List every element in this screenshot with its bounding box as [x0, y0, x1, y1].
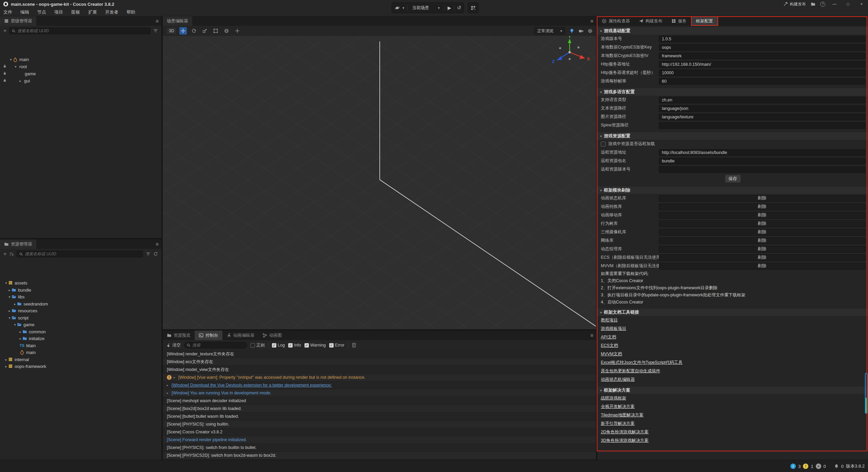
http-server-input[interactable] — [659, 61, 865, 68]
console-line[interactable]: [Window] ecs文件夹存在 — [163, 358, 596, 366]
remove-module-button[interactable]: 剔除 — [659, 246, 865, 253]
asset-node-game[interactable]: ▾ game — [0, 321, 161, 328]
browser-preview-icon[interactable] — [395, 5, 400, 11]
scale-tool-button[interactable] — [201, 27, 209, 35]
preview-target-chevron-icon[interactable]: ▾ — [402, 6, 405, 10]
expand-icon[interactable]: ▾ — [9, 58, 13, 61]
link-animator-editor[interactable]: 动画状态机编辑器 — [601, 375, 635, 384]
error-count-icon[interactable]: × — [816, 464, 821, 469]
mode-3d-button[interactable]: 3D — [167, 28, 176, 34]
regex-checkbox[interactable]: 正则 — [251, 342, 265, 348]
console-search[interactable] — [184, 342, 247, 349]
asset-node-seedrandom[interactable]: ▸ seedrandom — [0, 300, 161, 307]
hierarchy-search[interactable] — [9, 27, 151, 34]
asset-node-libs[interactable]: ▾ libs — [0, 293, 161, 300]
console-line-info[interactable]: [Scene] Forward render pipeline initiali… — [163, 436, 596, 444]
expand-icon[interactable]: ▸ — [167, 383, 172, 387]
menu-project[interactable]: 项目 — [54, 9, 63, 15]
hierarchy-search-input[interactable] — [17, 28, 148, 33]
link-tiledmap-solution[interactable]: Tiledmap地图解决方案 — [601, 411, 644, 419]
filter-warning-checkbox[interactable]: ✓Warning — [304, 343, 326, 348]
collapse-icon[interactable]: ▸ — [7, 288, 12, 292]
tab-build-publish[interactable]: 构建发布 — [634, 16, 667, 26]
warning-count-icon[interactable]: ! — [803, 464, 808, 469]
link-war-chess-framework[interactable]: 战棋游戏框架 — [601, 394, 626, 402]
expand-icon[interactable]: ▾ — [7, 316, 12, 320]
spine-res-path-input[interactable] — [659, 122, 865, 129]
minimize-button[interactable]: — — [830, 2, 839, 6]
menu-file[interactable]: 文件 — [3, 9, 12, 15]
section-game-resource-config[interactable]: ▾ 游戏资源配置 — [597, 132, 868, 140]
remove-module-button[interactable]: 剔除 — [659, 237, 865, 244]
console-search-input[interactable] — [192, 343, 245, 348]
expand-icon[interactable]: ▾ — [14, 65, 18, 68]
asset-node-main-scene[interactable]: main — [0, 349, 161, 356]
log-file-icon[interactable] — [352, 343, 356, 348]
console-line[interactable]: [Scene] [PHYSICS]: using builtin. — [163, 420, 596, 428]
restart-button[interactable]: ↺ — [457, 5, 461, 11]
link-fullstack-solution[interactable]: 全栈开发解决方案 — [601, 402, 635, 411]
filter-info-checkbox[interactable]: ✓Info — [288, 343, 301, 348]
tab-scene-editor[interactable]: 场景编辑器 — [163, 16, 192, 26]
menu-developer[interactable]: 开发者 — [105, 9, 118, 15]
asset-node-common[interactable]: ▸ common — [0, 328, 161, 335]
help-icon[interactable]: ? — [820, 2, 825, 7]
menu-edit[interactable]: 编辑 — [20, 9, 29, 15]
create-node-button[interactable]: + — [3, 28, 6, 34]
create-asset-button[interactable]: + — [3, 251, 6, 257]
move-tool-button[interactable] — [179, 27, 187, 35]
remote-bundle-name-input[interactable] — [659, 158, 865, 164]
asset-node-main-ts[interactable]: TS Main — [0, 342, 161, 349]
console-line[interactable]: [Scene] [PHYSICS2D]: switch from box2d-w… — [163, 452, 596, 459]
remote-res-url-input[interactable] — [659, 149, 865, 156]
world-local-toggle-button[interactable] — [223, 27, 230, 35]
http-timeout-input[interactable] — [659, 70, 865, 76]
asset-node-resources[interactable]: ▸ resources — [0, 307, 161, 314]
menu-extension[interactable]: 扩展 — [88, 9, 97, 15]
menu-help[interactable]: 帮助 — [126, 9, 135, 15]
tab-console[interactable]: 控制台 — [195, 331, 222, 340]
tab-asset-preview[interactable]: 资源预览 — [163, 331, 195, 340]
expand-icon[interactable]: ▾ — [13, 323, 17, 327]
remove-module-button[interactable]: 剔除 — [659, 254, 865, 261]
section-docs-tools-links[interactable]: ▾ 框架文档工具链接 — [597, 309, 868, 316]
console-line[interactable]: [Scene] [box2d]:box2d wasm lib loaded. — [163, 405, 596, 413]
close-button[interactable]: × — [857, 2, 866, 6]
console-line[interactable]: [Scene] Cocos Creator v3.8.2 — [163, 428, 596, 436]
remove-module-button[interactable]: 剔除 — [659, 212, 865, 219]
asset-node-internal[interactable]: ▸ internal — [0, 356, 161, 363]
bell-icon[interactable] — [834, 464, 839, 469]
link-guide-solution[interactable]: 新手引导解决方案 — [601, 419, 635, 428]
play-button[interactable]: ▶ — [448, 5, 451, 11]
link-mvvm-docs[interactable]: MVVM文档 — [601, 350, 622, 358]
asset-node-script[interactable]: ▾ script — [0, 314, 161, 321]
console-menu-icon[interactable]: ≡ — [590, 332, 593, 338]
lighting-toggle-icon[interactable] — [569, 28, 574, 34]
link-3d-rpg-solution[interactable]: 3D角色扮演游戏解决方案 — [601, 436, 649, 445]
console-line-warning[interactable]: ! ▸ [Window] [Vue warn]: Property "onInp… — [163, 374, 596, 381]
save-button[interactable]: 保存 — [725, 175, 741, 183]
asset-node-oops-framework[interactable]: ▸ oops-framework — [0, 363, 161, 370]
menu-node[interactable]: 节点 — [37, 9, 46, 15]
text-res-path-input[interactable] — [659, 105, 865, 112]
console-line-info[interactable]: ▸ [Window] Download the Vue Devtools ext… — [163, 381, 596, 389]
scene-camera-icon[interactable] — [578, 28, 584, 34]
collapse-icon[interactable]: ▸ — [4, 358, 8, 361]
orientation-gizmo[interactable]: Y X Z — [549, 36, 593, 68]
asset-node-assets[interactable]: ▾ assets — [0, 279, 161, 286]
collapse-icon[interactable]: ▸ — [7, 309, 12, 313]
view-mode-select[interactable]: 正常浏览 ▾ — [534, 27, 565, 35]
menu-panel[interactable]: 面板 — [71, 9, 80, 15]
remove-module-button[interactable]: 剔除 — [659, 203, 865, 210]
launch-scene-select[interactable]: 当前场景 ▾ — [410, 5, 442, 11]
scene-menu-icon[interactable]: ≡ — [590, 18, 593, 24]
expand-icon[interactable]: ▾ — [7, 295, 12, 299]
info-count-icon[interactable]: i — [790, 464, 796, 469]
crypto-iv-input[interactable] — [659, 53, 865, 59]
fps-input[interactable] — [659, 78, 865, 85]
languages-input[interactable] — [659, 97, 865, 103]
rotate-tool-button[interactable] — [190, 27, 198, 35]
tab-animation-editor[interactable]: 动画编辑器 — [222, 331, 259, 340]
hierarchy-node-game[interactable]: game — [0, 70, 161, 77]
filter-error-checkbox[interactable]: ✓Error — [329, 343, 344, 348]
